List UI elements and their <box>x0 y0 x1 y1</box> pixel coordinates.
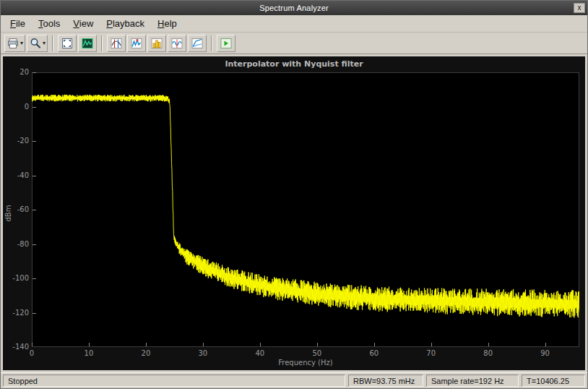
y-tick-label: -140 <box>9 343 29 351</box>
close-button[interactable]: x <box>574 3 585 13</box>
distortion-measurements-button[interactable] <box>168 35 186 52</box>
y-tick-label: 20 <box>9 68 29 76</box>
x-tick-label: 90 <box>535 349 556 357</box>
printer-icon <box>7 37 20 50</box>
menu-help[interactable]: Help <box>151 16 183 31</box>
status-sample-rate: Sample rate=192 Hz <box>426 375 519 387</box>
x-tick-label: 20 <box>135 349 157 357</box>
dropdown-caret-icon: ▾ <box>43 40 46 46</box>
x-tick-label: 40 <box>249 349 271 357</box>
menu-tools[interactable]: Tools <box>32 16 66 31</box>
plot-title: Interpolator with Nyquist filter <box>3 59 585 69</box>
dropdown-caret-icon: ▾ <box>20 40 23 46</box>
x-tick-label: 50 <box>306 349 328 357</box>
cursor-measurements-button[interactable] <box>107 35 126 52</box>
channel-measurements-button[interactable] <box>147 35 166 52</box>
y-tick-label: -120 <box>9 309 29 317</box>
y-tick-label: 0 <box>9 103 29 111</box>
playback-options-button[interactable] <box>217 35 235 52</box>
spectrum-analyzer-window: Spectrum Analyzer x FileToolsViewPlaybac… <box>0 0 588 389</box>
peak-finder-button[interactable] <box>127 35 146 52</box>
status-bar: Stopped RBW=93.75 mHz Sample rate=192 Hz… <box>1 372 587 388</box>
export-button[interactable]: ▾ <box>4 35 25 52</box>
x-tick-label: 60 <box>363 349 385 357</box>
window-title: Spectrum Analyzer <box>1 4 587 12</box>
y-tick-label: -100 <box>9 274 29 282</box>
x-axis-label: Frequency (Hz) <box>32 359 579 367</box>
x-tick-label: 70 <box>420 349 442 357</box>
peak-finder-icon <box>130 37 143 50</box>
fit-to-view-icon <box>61 37 74 50</box>
y-tick-label: -20 <box>9 137 29 145</box>
menu-bar: FileToolsViewPlaybackHelp <box>1 15 587 33</box>
toolbar: ▾▾ <box>1 33 587 54</box>
zoom-icon <box>29 37 42 50</box>
ccdf-measurements-button[interactable] <box>188 35 207 52</box>
playback-options-icon <box>220 37 233 50</box>
plot-panel: Interpolator with Nyquist filter Frequen… <box>3 56 585 370</box>
status-state: Stopped <box>3 375 345 387</box>
spectrum-settings-icon <box>81 37 94 50</box>
y-tick-label: -80 <box>9 240 29 248</box>
distortion-measurements-icon <box>170 37 183 50</box>
fit-to-view-button[interactable] <box>58 35 77 52</box>
cursor-measurements-icon <box>110 37 123 50</box>
zoom-button[interactable]: ▾ <box>27 35 48 52</box>
status-time: T=10406.25 <box>522 375 585 387</box>
x-tick-label: 30 <box>192 349 214 357</box>
toolbar-separator <box>101 35 103 51</box>
toolbar-separator <box>211 35 212 51</box>
x-tick-label: 80 <box>477 349 499 357</box>
y-tick-label: -40 <box>9 171 29 179</box>
plot-canvas[interactable] <box>32 72 579 347</box>
channel-measurements-icon <box>150 37 163 50</box>
x-tick-label: 10 <box>78 349 100 357</box>
title-bar[interactable]: Spectrum Analyzer x <box>1 1 587 15</box>
menu-view[interactable]: View <box>66 16 100 31</box>
menu-file[interactable]: File <box>4 16 32 31</box>
y-tick-label: -60 <box>9 205 29 213</box>
spectrum-settings-button[interactable] <box>78 35 97 52</box>
plot-area: Interpolator with Nyquist filter Frequen… <box>1 54 587 372</box>
status-rbw: RBW=93.75 mHz <box>348 375 423 387</box>
ccdf-measurements-icon <box>191 37 204 50</box>
menu-playback[interactable]: Playback <box>100 16 151 31</box>
toolbar-separator <box>52 35 53 51</box>
